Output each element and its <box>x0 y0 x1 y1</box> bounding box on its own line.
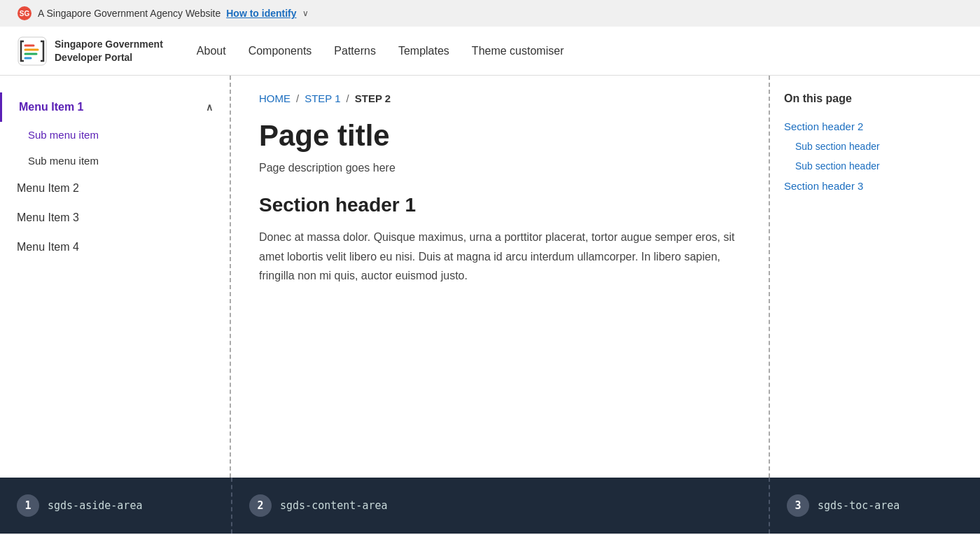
annotation-aside-label: sgds-aside-area <box>48 499 142 512</box>
sidebar-item-menu1-label: Menu Item 1 <box>19 101 83 113</box>
breadcrumb-sep-1: / <box>296 92 299 104</box>
nav-components[interactable]: Components <box>248 42 312 60</box>
content-area: HOME / STEP 1 / STEP 2 Page title Page d… <box>231 76 770 478</box>
nav-patterns[interactable]: Patterns <box>334 42 376 60</box>
sidebar-item-menu2[interactable]: Menu Item 2 <box>0 174 230 203</box>
how-to-identify-link[interactable]: How to identify <box>226 8 296 19</box>
breadcrumb-home[interactable]: HOME <box>259 92 290 104</box>
toc-link-sub1[interactable]: Sub section header <box>784 137 966 156</box>
nav-links: About Components Patterns Templates Them… <box>197 45 564 57</box>
page-description: Page description goes here <box>259 162 741 174</box>
breadcrumb: HOME / STEP 1 / STEP 2 <box>259 92 741 104</box>
toc-sidebar: On this page Section header 2 Sub sectio… <box>770 76 980 478</box>
brand-logo-link[interactable]: Singapore GovernmentDeveloper Portal <box>17 36 163 67</box>
toc-link-section2[interactable]: Section header 2 <box>784 116 966 137</box>
nav-templates[interactable]: Templates <box>398 42 449 60</box>
sidebar-item-menu4-label: Menu Item 4 <box>17 241 79 253</box>
sidebar-subitem-1-2[interactable]: Sub menu item <box>0 148 230 174</box>
chevron-down-icon: ∨ <box>302 8 309 18</box>
annotation-toc-label: sgds-toc-area <box>818 499 899 512</box>
chevron-up-icon: ∧ <box>206 102 213 113</box>
sidebar-item-menu1[interactable]: Menu Item 1 ∧ <box>0 92 230 122</box>
breadcrumb-step1[interactable]: STEP 1 <box>304 92 340 104</box>
main-layout: Menu Item 1 ∧ Sub menu item Sub menu ite… <box>0 76 980 478</box>
breadcrumb-sep-2: / <box>346 92 349 104</box>
toc-title: On this page <box>784 92 966 105</box>
toc-link-sub2[interactable]: Sub section header <box>784 156 966 176</box>
sidebar-subitem-1-1[interactable]: Sub menu item <box>0 122 230 148</box>
svg-text:SG: SG <box>20 10 30 18</box>
section-body: Donec at massa dolor. Quisque maximus, u… <box>259 228 741 285</box>
sidebar: Menu Item 1 ∧ Sub menu item Sub menu ite… <box>0 76 231 478</box>
annotation-number-1: 1 <box>17 494 39 517</box>
page-title: Page title <box>259 118 741 153</box>
nav-about[interactable]: About <box>197 42 226 60</box>
annotation-aside: 1 sgds-aside-area <box>0 494 231 517</box>
annotation-content-label: sgds-content-area <box>280 499 388 512</box>
nav-theme-customiser[interactable]: Theme customiser <box>472 42 564 60</box>
annotation-content: 2 sgds-content-area <box>232 494 769 517</box>
brand-name: Singapore GovernmentDeveloper Portal <box>55 38 163 63</box>
breadcrumb-step2: STEP 2 <box>355 92 391 104</box>
annotation-number-2: 2 <box>249 494 272 517</box>
sidebar-item-menu2-label: Menu Item 2 <box>17 182 79 195</box>
brand-logo-icon <box>17 36 48 67</box>
sg-lion-icon: SG <box>17 6 32 21</box>
sidebar-item-menu3-label: Menu Item 3 <box>17 211 79 224</box>
annotation-number-3: 3 <box>787 494 809 517</box>
sidebar-item-menu3[interactable]: Menu Item 3 <box>0 203 230 232</box>
annotation-toc: 3 sgds-toc-area <box>770 494 980 517</box>
sidebar-item-menu4[interactable]: Menu Item 4 <box>0 232 230 262</box>
annotation-bar: 1 sgds-aside-area 2 sgds-content-area 3 … <box>0 478 980 534</box>
section-header-1: Section header 1 <box>259 194 741 216</box>
gov-banner-text: A Singapore Government Agency Website <box>38 8 220 19</box>
toc-link-section3[interactable]: Section header 3 <box>784 176 966 196</box>
gov-banner: SG A Singapore Government Agency Website… <box>0 0 980 27</box>
navbar: Singapore GovernmentDeveloper Portal Abo… <box>0 27 980 76</box>
